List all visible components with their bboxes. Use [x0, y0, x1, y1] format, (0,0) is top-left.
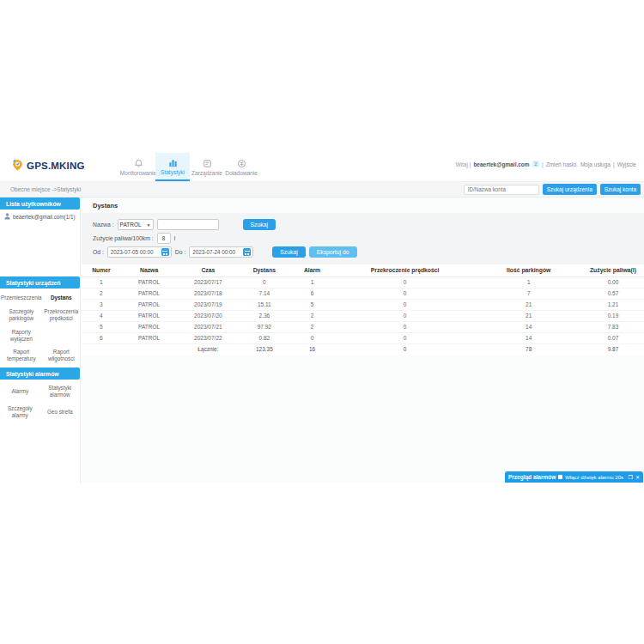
fuel-consumption-input[interactable] — [157, 233, 171, 244]
cell: 5 — [82, 321, 121, 332]
cell: 2 — [82, 288, 121, 299]
col-header-przekroczenie: Przekroczenie prędkości — [335, 264, 476, 276]
cell: 0.19 — [582, 310, 644, 321]
sidebar-item-przemieszczenia[interactable]: Przemieszczenia — [0, 290, 43, 305]
cell: 3 — [82, 299, 121, 310]
topup-coin-icon — [237, 159, 246, 168]
tab-monitorowanie[interactable]: Monitorowanie — [121, 153, 155, 181]
tab-label: Zarządzanie — [191, 170, 222, 176]
device-stats-header: Statystyki urządzeń — [0, 276, 80, 289]
cell: 1.21 — [582, 299, 644, 310]
cell: 14 — [475, 321, 581, 332]
cell: 14 — [475, 332, 581, 343]
col-header-numer: Numer — [82, 264, 121, 276]
sidebar-item-przekroczenia-predkosci[interactable]: Przekroczenia prędkości — [43, 305, 80, 325]
cell: 2023/07/21 — [177, 321, 239, 332]
cell: 78 — [475, 343, 581, 355]
message-count-badge[interactable]: 2 — [532, 161, 539, 167]
calendar-icon[interactable] — [161, 248, 169, 256]
close-icon[interactable]: ✕ — [635, 475, 640, 480]
search-name-button[interactable]: Szukaj — [243, 219, 276, 230]
cell: 2.36 — [239, 310, 289, 321]
statistics-chart-icon — [168, 158, 178, 167]
tab-doladowanie[interactable]: Doładowanie — [224, 153, 258, 181]
device-stats-menu: Przemieszczenia Dystans Szczegóły parkin… — [0, 289, 80, 368]
name-filter-input[interactable] — [157, 219, 219, 230]
user-email[interactable]: beaertek@gmail.com — [473, 161, 529, 167]
calendar-icon[interactable] — [243, 248, 251, 256]
name-select[interactable]: PATROL ▼ — [118, 219, 154, 230]
logo[interactable]: GPS.MKING — [11, 159, 85, 172]
sidebar: Lista użytkowników beaertek@gmail.com(1/… — [0, 197, 81, 483]
cell: 0.00 — [582, 276, 644, 288]
cell: 123.35 — [239, 343, 289, 355]
user-icon — [4, 213, 10, 220]
cell — [82, 343, 121, 355]
tab-statystyki[interactable]: Statystyki — [155, 153, 190, 181]
cell: 7.83 — [582, 321, 644, 332]
users-list-header: Lista użytkowników — [0, 197, 80, 210]
col-header-paliwo: Zużycie paliwa(l) — [582, 264, 644, 276]
search-date-button[interactable]: Szukaj — [272, 246, 305, 258]
cell: PATROL — [121, 332, 178, 343]
management-clipboard-icon — [203, 159, 212, 168]
col-header-dystans: Dystans — [239, 264, 289, 276]
cell: 2 — [289, 321, 334, 332]
sidebar-item-raport-wilgotnosci[interactable]: Raport wilgotności — [43, 345, 80, 366]
alarm-stats-menu: Alarmy Statystyki alarmów Szczegóły alar… — [0, 380, 80, 423]
col-header-alarm: Alarm — [289, 264, 334, 276]
cell: 1 — [475, 276, 581, 288]
cell: 2023/07/19 — [177, 299, 239, 310]
date-to-field — [189, 246, 253, 258]
page-title: Dystans — [82, 197, 644, 213]
tab-label: Doładowanie — [225, 170, 258, 176]
account-search-input[interactable] — [464, 185, 539, 195]
sidebar-user-item[interactable]: beaertek@gmail.com(1/1) — [0, 210, 80, 222]
sidebar-item-dystans[interactable]: Dystans — [43, 290, 80, 305]
alarm-overview-bar: Przegląd alarmów Włącz dźwięk alarmu 20s… — [505, 471, 643, 483]
my-service-link[interactable]: Moja usługa — [580, 161, 611, 167]
logout-link[interactable]: Wyjście — [617, 161, 636, 167]
cell: PATROL — [121, 310, 178, 321]
date-from-input[interactable] — [111, 249, 159, 255]
cell: 7.14 — [239, 288, 289, 299]
date-to-input[interactable] — [192, 249, 240, 255]
restore-icon[interactable]: ❐ — [629, 475, 633, 480]
cell: PATROL — [121, 288, 178, 299]
export-button[interactable]: Eksportuj do — [309, 246, 357, 258]
cell: Łącznie: — [177, 343, 239, 355]
cell: 6 — [82, 332, 121, 343]
date-from-label: Od : — [93, 249, 104, 255]
sidebar-item-statystyki-alarmow[interactable]: Statystyki alarmów — [40, 381, 81, 402]
alarm-sound-checkbox[interactable] — [558, 475, 562, 479]
cell: 2023/07/22 — [177, 332, 239, 343]
change-password-link[interactable]: Zmień hasło. — [546, 161, 578, 167]
search-device-button[interactable]: Szukaj urządzenia — [543, 184, 597, 195]
logo-text: GPS.MKING — [27, 161, 85, 171]
sidebar-item-szczegoly-parkingow[interactable]: Szczegóły parkingów — [0, 305, 43, 325]
cell: 2 — [289, 310, 334, 321]
table-header-row: Numer Nazwa Czas Dystans Alarm Przekrocz… — [82, 264, 644, 276]
cell: 2023/07/20 — [177, 310, 239, 321]
chevron-down-icon: ▼ — [147, 222, 151, 228]
sidebar-item-raport-temperatury[interactable]: Raport temperatury — [0, 345, 43, 366]
logo-pin-icon — [11, 159, 24, 172]
cell: 97.92 — [239, 321, 289, 332]
tab-zarzadzanie[interactable]: Zarządzanie — [190, 153, 224, 181]
col-header-nazwa: Nazwa — [121, 264, 178, 276]
search-account-button[interactable]: Szukaj konta — [600, 184, 641, 195]
cell: 0.57 — [582, 288, 644, 299]
separator: | — [613, 161, 615, 167]
sidebar-item-alarmy[interactable]: Alarmy — [0, 381, 40, 402]
cell: 16 — [289, 343, 334, 355]
sidebar-item-raporty-wylaczen[interactable]: Raporty wyłączeń — [0, 325, 43, 346]
cell: PATROL — [121, 276, 178, 288]
sidebar-item-szczegoly-alarmy[interactable]: Szczegóły alarmy — [0, 402, 40, 422]
cell: PATROL — [121, 299, 178, 310]
app-header: GPS.MKING Monitorowanie Statystyki Zarzą… — [0, 153, 644, 181]
greeting-text: Witaj | — [455, 161, 471, 167]
alarm-bar-title: Przegląd alarmów — [508, 474, 556, 480]
alarm-sound-label: Włącz dźwięk alarmu 20s — [565, 475, 625, 480]
sidebar-item-empty — [43, 325, 80, 346]
sidebar-item-geo-strefa[interactable]: Geo strefa — [40, 402, 81, 422]
